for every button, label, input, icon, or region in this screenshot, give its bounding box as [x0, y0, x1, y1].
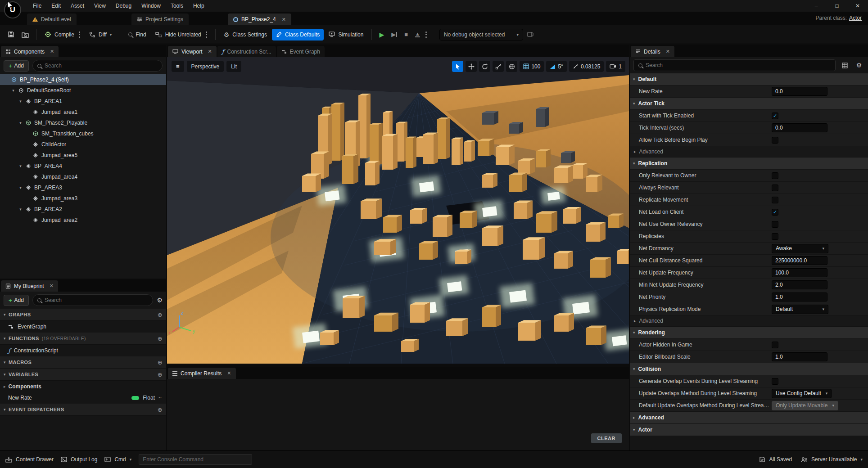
tree-item-bp-phase2-4-self[interactable]: BP_Phase2_4 (Self) [0, 74, 166, 85]
debug-filter-button[interactable] [524, 29, 537, 40]
browse-button[interactable] [18, 29, 32, 40]
hide-unrelated-options-icon[interactable] [206, 32, 207, 38]
category-advanced[interactable]: ▸Advanced [630, 412, 868, 424]
property-input[interactable]: 2.0 [772, 280, 827, 289]
camera-speed-button[interactable]: 1 [606, 61, 625, 72]
menu-help[interactable]: Help [188, 0, 209, 12]
property-input[interactable]: 1.0 [772, 352, 827, 361]
property-checkbox[interactable] [772, 233, 778, 240]
category-graphs[interactable]: ▾GRAPHS⊕ [0, 309, 166, 321]
add-icon[interactable]: ⊕ [158, 311, 163, 318]
play-button[interactable]: ▶ [376, 28, 387, 41]
tab-defaultlevel[interactable]: DefaultLevel [27, 14, 77, 25]
menu-file[interactable]: File [28, 0, 46, 12]
category-rendering[interactable]: ▾Rendering [630, 327, 868, 339]
property-checkbox[interactable] [772, 221, 778, 228]
all-saved-button[interactable]: All Saved [759, 456, 792, 463]
category-functions[interactable]: ▾FUNCTIONS(19 OVERRIDABLE)⊕ [0, 333, 166, 345]
tab-construction-script[interactable]: ƒ Construction Scr... [217, 46, 276, 57]
expander-icon[interactable]: ▾ [11, 88, 16, 93]
scale-snap-button[interactable]: 0.03125 [569, 61, 604, 72]
category-variables[interactable]: ▾VARIABLES⊕ [0, 369, 166, 381]
stop-button[interactable]: ■ [401, 28, 411, 40]
category-actor-tick[interactable]: ▾Actor Tick [630, 98, 868, 110]
minimize-button[interactable]: – [806, 0, 827, 12]
expander-icon[interactable]: ▾ [18, 99, 23, 104]
tree-item-childactor[interactable]: ChildActor [0, 139, 166, 150]
eject-button[interactable]: ▲ [412, 29, 423, 40]
tab-details[interactable]: Details ✕ [631, 46, 674, 57]
variable-visibility-icon[interactable]: ~ [158, 395, 162, 401]
clear-button[interactable]: CLEAR [591, 433, 622, 443]
tab-components[interactable]: Components ✕ [1, 46, 59, 57]
details-settings-button[interactable]: ⚙ [854, 60, 864, 71]
property-input[interactable]: 100.0 [772, 268, 827, 277]
property-checkbox[interactable] [772, 184, 778, 191]
property-input[interactable]: 1.0 [772, 292, 827, 302]
menu-tools[interactable]: Tools [166, 0, 188, 12]
add-icon[interactable]: ⊕ [158, 335, 163, 342]
details-display-filter-button[interactable] [839, 60, 850, 71]
tab-event-graph[interactable]: Event Graph [277, 46, 325, 57]
expander-icon[interactable]: ▾ [18, 121, 23, 125]
close-icon[interactable]: ✕ [666, 49, 670, 54]
tab-my-blueprint[interactable]: My Blueprint ✕ [1, 280, 58, 292]
cmd-dropdown[interactable]: Cmd ▾ [104, 456, 131, 463]
category-collision[interactable]: ▾Collision [630, 363, 868, 375]
close-icon[interactable]: ✕ [208, 49, 212, 54]
content-drawer-button[interactable]: Content Drawer [5, 456, 54, 463]
menu-asset[interactable]: Asset [66, 0, 89, 12]
menu-debug[interactable]: Debug [111, 0, 136, 12]
add-icon[interactable]: ⊕ [158, 406, 163, 413]
menu-view[interactable]: View [89, 0, 111, 12]
tree-item-jumpad-area2[interactable]: Jumpad_area2 [0, 215, 166, 225]
frame-skip-button[interactable]: ▶ [388, 28, 400, 40]
angle-snap-button[interactable]: 5° [546, 61, 566, 72]
tree-item-bp-area4[interactable]: ▾BP_AREA4 [0, 161, 166, 171]
property-checkbox[interactable]: ✓ [772, 209, 778, 216]
property-checkbox[interactable] [772, 172, 778, 179]
my-blueprint-settings-icon[interactable]: ⚙ [157, 297, 163, 304]
rotate-tool-button[interactable] [479, 61, 490, 72]
property-dropdown[interactable]: Use Config Default▾ [772, 389, 832, 398]
advanced-expander[interactable]: ▸Advanced [630, 146, 868, 158]
tab-viewport[interactable]: Viewport ✕ [168, 46, 217, 57]
tab-project-settings[interactable]: Project Settings [131, 14, 189, 25]
debug-object-dropdown[interactable]: No debug object selected ▾ [439, 29, 523, 40]
tree-item-bp-area1[interactable]: ▾BP_AREA1 [0, 96, 166, 107]
tree-item-sm-phase2-playable[interactable]: ▾SM_Phase2_Playable [0, 117, 166, 128]
property-dropdown[interactable]: Awake▾ [772, 244, 828, 253]
compile-button[interactable]: Compile [41, 28, 84, 40]
property-checkbox[interactable] [772, 378, 778, 385]
category-default[interactable]: ▾Default [630, 73, 868, 86]
select-tool-button[interactable] [452, 61, 463, 72]
tree-item-jumpad-area3[interactable]: Jumpad_area3 [0, 193, 166, 204]
tree-item-bp-area3[interactable]: ▾BP_AREA3 [0, 182, 166, 193]
category-actor[interactable]: ▾Actor [630, 424, 868, 436]
property-input[interactable]: 0.0 [772, 87, 827, 96]
viewport-menu-button[interactable]: ≡ [172, 61, 184, 72]
output-log-button[interactable]: Output Log [61, 456, 97, 463]
property-checkbox[interactable] [772, 197, 778, 203]
class-defaults-button[interactable]: Class Defaults [272, 29, 324, 40]
add-icon[interactable]: ⊕ [158, 371, 163, 378]
play-options-icon[interactable] [425, 32, 427, 38]
hide-unrelated-button[interactable]: Hide Unrelated [151, 29, 211, 40]
category-event-dispatchers[interactable]: ▾EVENT DISPATCHERS⊕ [0, 404, 166, 416]
close-tab-icon[interactable]: ✕ [282, 17, 286, 22]
perspective-dropdown[interactable]: Perspective [187, 61, 224, 72]
tree-item-jumpad-area4[interactable]: Jumpad_area4 [0, 171, 166, 182]
lit-dropdown[interactable]: Lit [226, 61, 241, 72]
tree-item-defaultsceneroot[interactable]: ▾DefaultSceneRoot [0, 85, 166, 96]
components-search-input[interactable] [45, 63, 158, 69]
add-blueprint-item-button[interactable]: + Add [4, 295, 29, 306]
close-icon[interactable]: ✕ [227, 370, 231, 376]
property-checkbox[interactable]: ✓ [772, 112, 778, 119]
menu-window[interactable]: Window [136, 0, 166, 12]
diff-button[interactable]: Diff ▾ [85, 29, 116, 40]
maximize-button[interactable]: □ [827, 0, 847, 12]
property-checkbox[interactable] [772, 137, 778, 144]
property-dropdown[interactable]: Default▾ [772, 305, 828, 314]
add-component-button[interactable]: + Add [4, 60, 29, 72]
move-tool-button[interactable] [466, 61, 477, 72]
